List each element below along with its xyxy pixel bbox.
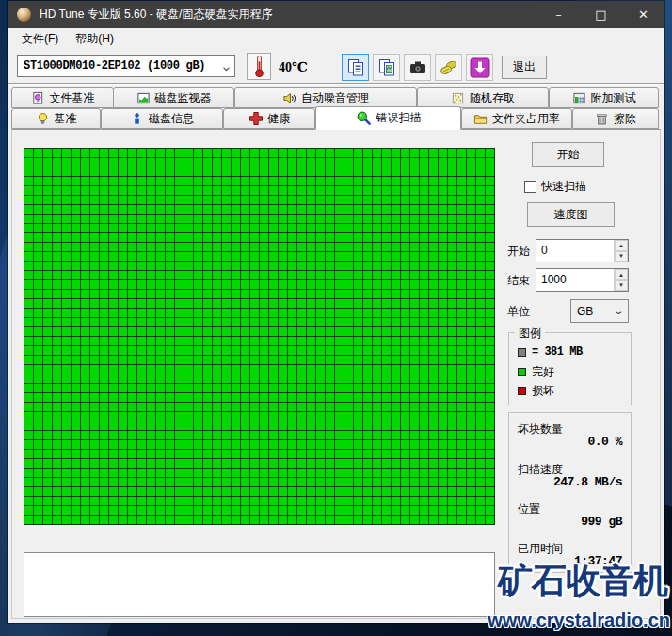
elapsed-time-label: 已用时间 (518, 541, 563, 557)
tab-disk-monitor[interactable]: 磁盘监视器 (113, 87, 234, 108)
drive-select-value: ST1000DM010-2EP102 (1000 gB) (24, 59, 205, 72)
maximize-button[interactable]: □ (580, 1, 622, 28)
chevron-down-icon: ⌄ (221, 60, 230, 72)
start-scan-button[interactable]: 开始 (532, 142, 604, 167)
exit-button[interactable]: 退出 (502, 56, 547, 79)
tab-label: 随机存取 (470, 90, 515, 106)
legend-groupbox: 图例 = 381 MB 完好 损坏 (508, 332, 632, 405)
menu-help[interactable]: 帮助(H) (67, 29, 122, 49)
scan-stats-groupbox: 坏块数量 0.0 % 扫描速度 247.8 MB/s 位置 999 gB 已用时… (508, 412, 632, 573)
legend-block-size: = 381 MB (518, 345, 583, 358)
scan-speed-value: 247.8 MB/s (553, 475, 622, 489)
toolbar: ST1000DM010-2EP102 (1000 gB) ⌄ 40℃ (8, 49, 664, 84)
tab-benchmark[interactable]: 基准 (11, 108, 101, 129)
legend-bad: 损坏 (518, 383, 554, 399)
chevron-down-icon: ⌄ (613, 306, 625, 316)
exit-button-label: 退出 (513, 59, 536, 75)
spin-down-icon[interactable]: ▼ (615, 280, 628, 292)
speed-map-label: 速度图 (554, 207, 588, 223)
quick-scan-checkbox[interactable] (524, 181, 536, 193)
copy-text-button[interactable] (342, 54, 369, 81)
minimize-button[interactable]: – (537, 1, 580, 28)
end-position-spinner: ▲ ▼ (614, 269, 628, 291)
window-title: HD Tune 专业版 5.60 - 硬盘/固态硬盘实用程序 (40, 7, 272, 23)
health-cross-icon (248, 111, 264, 126)
tab-label: 擦除 (614, 111, 636, 127)
tab-label: 自动噪音管理 (301, 90, 369, 106)
file-benchmark-icon (31, 91, 45, 105)
titlebar[interactable]: HD Tune 专业版 5.60 - 硬盘/固态硬盘实用程序 – □ ✕ (8, 1, 664, 28)
tab-file-benchmark[interactable]: 文件基准 (11, 87, 114, 108)
spin-up-icon[interactable]: ▲ (615, 269, 628, 280)
watermark-title: 矿石收音机 (498, 558, 667, 605)
end-position-label: 结束 (507, 273, 534, 289)
tab-label: 健康 (268, 111, 291, 127)
disk-monitor-icon (136, 91, 151, 105)
legend-good: 完好 (518, 364, 554, 380)
drive-select[interactable]: ST1000DM010-2EP102 (1000 gB) ⌄ (17, 55, 235, 77)
tab-label: 文件基准 (50, 90, 95, 106)
temperature-readout: 40℃ (279, 59, 308, 75)
position-value: 999 gB (581, 515, 622, 529)
unit-label: 单位 (507, 304, 530, 320)
tab-label: 附加测试 (591, 90, 636, 106)
temperature-button[interactable] (247, 53, 271, 80)
folder-icon (473, 112, 488, 126)
speaker-icon (282, 91, 296, 105)
donate-hands-icon (440, 58, 458, 77)
tab-erase[interactable]: 擦除 (572, 108, 659, 129)
tab-label: 错误扫描 (376, 110, 422, 126)
tab-folder-usage[interactable]: 文件夹占用率 (461, 108, 572, 129)
download-update-icon (470, 57, 490, 78)
block-swatch-gray (518, 348, 526, 357)
screenshot-button[interactable] (404, 54, 431, 81)
spin-down-icon[interactable]: ▼ (615, 251, 628, 262)
desktop: HD Tune 专业版 5.60 - 硬盘/固态硬盘实用程序 – □ ✕ 文件(… (0, 0, 672, 636)
bad-swatch-red (518, 387, 526, 395)
hdtune-window: HD Tune 专业版 5.60 - 硬盘/固态硬盘实用程序 – □ ✕ 文件(… (8, 1, 664, 623)
tab-label: 磁盘监视器 (155, 90, 212, 106)
legend-title: 图例 (515, 326, 545, 342)
hdtune-app-icon (17, 8, 31, 22)
legend-good-label: 完好 (532, 364, 554, 380)
speed-map-button[interactable]: 速度图 (527, 202, 615, 227)
copy-image-button[interactable] (373, 54, 400, 81)
tab-disk-info[interactable]: 磁盘信息 (101, 108, 223, 129)
legend-block-label: = 381 MB (532, 345, 583, 358)
tab-random-access[interactable]: 随机存取 (417, 87, 549, 108)
copy-image-icon (377, 58, 396, 77)
menu-file[interactable]: 文件(F) (13, 29, 67, 49)
tab-error-scan[interactable]: 错误扫描 (315, 106, 461, 130)
end-position-input[interactable]: 1000 ▲ ▼ (536, 268, 629, 292)
donate-button[interactable] (435, 54, 462, 81)
thermometer-icon (252, 55, 266, 78)
unit-select[interactable]: GB ⌄ (570, 299, 629, 323)
benchmark-bulb-icon (36, 112, 50, 126)
trash-icon (595, 112, 609, 126)
start-scan-label: 开始 (557, 147, 580, 163)
start-position-value: 0 (536, 240, 614, 262)
tab-label: 文件夹占用率 (492, 111, 560, 127)
tab-label: 基准 (55, 111, 77, 127)
window-controls: – □ ✕ (537, 1, 664, 28)
error-scan-magnifier-icon (356, 110, 372, 126)
menubar: 文件(F) 帮助(H) (8, 28, 664, 49)
spin-up-icon[interactable]: ▲ (615, 240, 628, 251)
tab-extra-tests[interactable]: 附加测试 (549, 87, 659, 108)
start-position-label: 开始 (507, 244, 534, 260)
legend-bad-label: 损坏 (532, 383, 554, 399)
damaged-blocks-label: 坏块数量 (518, 421, 563, 437)
quick-scan-label: 快速扫描 (541, 179, 586, 195)
bad-block-list[interactable] (24, 552, 495, 617)
position-label: 位置 (518, 501, 540, 517)
start-position-input[interactable]: 0 ▲ ▼ (536, 239, 629, 262)
update-button[interactable] (466, 54, 493, 81)
toolbar-separator (8, 83, 664, 85)
unit-select-value: GB (577, 305, 593, 318)
tab-auto-acoustic[interactable]: 自动噪音管理 (234, 87, 417, 108)
quick-scan-row: 快速扫描 (524, 179, 586, 195)
random-access-icon (451, 91, 465, 105)
tab-health[interactable]: 健康 (223, 108, 315, 129)
close-button[interactable]: ✕ (622, 1, 664, 28)
camera-icon (408, 58, 427, 77)
